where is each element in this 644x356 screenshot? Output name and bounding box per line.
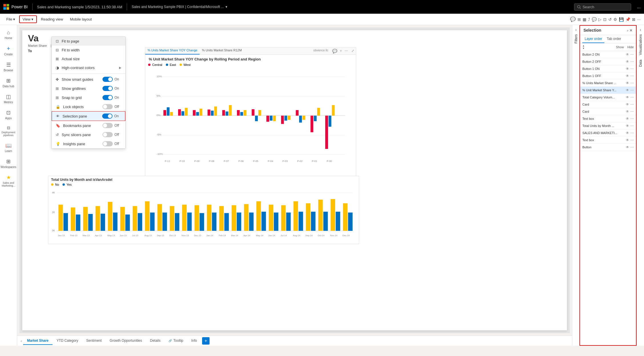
chat-button[interactable]: 💬 xyxy=(331,48,339,54)
sync-icon[interactable]: ⊞ xyxy=(577,17,581,22)
more-item-icon-0[interactable]: ⋯ xyxy=(630,52,634,56)
visibility-icon-4[interactable]: 👁 xyxy=(626,81,629,85)
selection-pane-toggle-row[interactable]: 👁 Selection pane On xyxy=(52,111,125,121)
snap-to-grid-toggle-row[interactable]: ⊞ Snap to grid On xyxy=(52,93,125,102)
selection-item-8[interactable]: Card 👁 ⋯ xyxy=(580,108,636,115)
visibility-icon-2[interactable]: 👁 xyxy=(626,67,629,71)
add-page-button[interactable]: + xyxy=(202,337,210,345)
bookmarks-pane-toggle-row[interactable]: 🔖 Bookmarks pane Off xyxy=(52,121,125,130)
more-chart-icon[interactable]: ⋯ xyxy=(343,48,350,54)
more-item-icon-1[interactable]: ⋯ xyxy=(630,60,634,64)
refresh-icon[interactable]: ↺ xyxy=(608,17,612,22)
more-options-icon[interactable]: ... xyxy=(637,4,641,9)
chat-icon[interactable]: 💬 xyxy=(592,17,597,22)
visibility-icon-5[interactable]: 👁 xyxy=(626,88,629,92)
visibility-icon-1[interactable]: 👁 xyxy=(626,60,629,64)
selection-item-3[interactable]: Button 1 OFF 👁 ⋯ xyxy=(580,72,636,80)
filters-collapse-icon[interactable]: › xyxy=(575,27,577,32)
sync-slicers-pane-toggle-row[interactable]: ↺ Sync slicers pane Off xyxy=(52,130,125,139)
visibility-icon-12[interactable]: 👁 xyxy=(626,138,629,142)
view-menu-button[interactable]: View ▾ xyxy=(19,15,37,23)
smart-guides-toggle[interactable] xyxy=(102,77,113,82)
tab-layer-order[interactable]: Layer order xyxy=(582,35,604,43)
save-icon[interactable]: 💾 xyxy=(619,17,624,22)
more-item-icon-13[interactable]: ⋯ xyxy=(630,145,634,149)
gridlines-toggle-row[interactable]: ⊞ Show gridlines On xyxy=(52,84,125,93)
chart1-container[interactable]: % Units Market Share YOY Change % Units … xyxy=(145,47,356,184)
page-tab-nav-left[interactable]: ‹ xyxy=(19,339,23,343)
chart1-tab1[interactable]: % Units Market Share YOY Change xyxy=(145,48,200,54)
more-item-icon-2[interactable]: ⋯ xyxy=(630,67,634,71)
viz-collapse-icon[interactable]: ‹ xyxy=(640,27,641,32)
more-icon[interactable]: ⊠ xyxy=(632,17,635,22)
chart2-container[interactable]: Total Units by Month and isVanArsdel No … xyxy=(48,176,359,244)
sidebar-item-data-hub[interactable]: ⊞ Data hub xyxy=(1,75,17,90)
sort-up-icon[interactable]: ▲ xyxy=(582,44,585,47)
page-tab-sentiment[interactable]: Sentiment xyxy=(82,337,106,345)
selection-pane-toggle[interactable] xyxy=(102,114,112,119)
more-item-icon-3[interactable]: ⋯ xyxy=(630,74,634,78)
selection-item-5[interactable]: % Unit Market Share Y... 👁 ⋯ xyxy=(580,87,636,94)
selection-item-10[interactable]: Total Units by Month ... 👁 ⋯ xyxy=(580,122,636,130)
selection-panel-close-icon[interactable]: ✕ xyxy=(629,28,633,33)
lock-objects-toggle-row[interactable]: 🔒 Lock objects Off xyxy=(52,102,125,111)
selection-panel-expand-icon[interactable]: › xyxy=(627,28,628,33)
selection-item-2[interactable]: Button 1 ON 👁 ⋯ xyxy=(580,65,636,72)
visibility-icon-3[interactable]: 👁 xyxy=(626,74,629,78)
doc-file-info[interactable]: Sales and Marketing Sample PBIX | Confid… xyxy=(132,5,570,9)
selection-item-7[interactable]: Card 👁 ⋯ xyxy=(580,101,636,108)
sidebar-item-workspaces[interactable]: ⊞ Workspaces xyxy=(1,156,17,171)
file-menu-button[interactable]: File ▾ xyxy=(3,16,18,23)
more-item-icon-4[interactable]: ⋯ xyxy=(630,81,634,85)
sidebar-item-create[interactable]: + Create xyxy=(1,43,17,58)
fit-to-width-item[interactable]: ⊟ Fit to width xyxy=(52,46,125,54)
visibility-icon-11[interactable]: 👁 xyxy=(626,131,629,135)
more-item-icon-8[interactable]: ⋯ xyxy=(630,110,634,114)
more-item-icon-9[interactable]: ⋯ xyxy=(630,117,634,121)
pin-icon[interactable]: 📌 xyxy=(625,17,630,22)
sidebar-item-deployment[interactable]: ⊟ Deployment pipelines xyxy=(1,123,17,139)
table-icon[interactable]: ▦ xyxy=(583,17,586,22)
sidebar-item-sales[interactable]: ★ Sales and Marketing... xyxy=(1,172,17,189)
sidebar-item-metrics[interactable]: ◫ Metrics xyxy=(1,91,17,106)
filters-panel[interactable]: › Filters xyxy=(572,25,579,346)
ribbon-more-icon[interactable]: ··· xyxy=(637,17,641,22)
visibility-icon-0[interactable]: 👁 xyxy=(626,52,629,56)
more-item-icon-11[interactable]: ⋯ xyxy=(630,131,634,135)
visibility-icon-10[interactable]: 👁 xyxy=(626,124,629,128)
snap-to-grid-toggle[interactable] xyxy=(102,95,113,100)
more-item-icon-10[interactable]: ⋯ xyxy=(630,124,634,128)
sort-down-icon[interactable]: ▼ xyxy=(582,47,585,50)
selection-item-4[interactable]: % Units Market Share ... 👁 ⋯ xyxy=(580,80,636,87)
sidebar-item-learn[interactable]: 📖 Learn xyxy=(1,140,17,155)
sidebar-item-home[interactable]: ⌂ Home xyxy=(1,27,17,42)
selection-item-11[interactable]: SALES AND MARKETI... 👁 ⋯ xyxy=(580,130,636,137)
selection-item-9[interactable]: Text box 👁 ⋯ xyxy=(580,115,636,122)
visibility-icon-8[interactable]: 👁 xyxy=(626,110,629,114)
expand-chart-icon[interactable]: ⤢ xyxy=(350,48,356,54)
sidebar-item-apps[interactable]: ⊡ Apps xyxy=(1,107,17,122)
more-item-icon-6[interactable]: ⋯ xyxy=(630,95,634,99)
sync-slicers-toggle[interactable] xyxy=(102,132,113,137)
embed-icon[interactable]: ⊡ xyxy=(603,17,607,22)
gridlines-toggle[interactable] xyxy=(102,86,113,91)
visibility-icon-6[interactable]: 👁 xyxy=(626,95,629,99)
bookmarks-pane-toggle[interactable] xyxy=(102,123,113,128)
visibility-icon-9[interactable]: 👁 xyxy=(626,117,629,121)
tab-tab-order[interactable]: Tab order xyxy=(604,35,623,43)
chart1-tab2[interactable]: % Units Market Share R12M xyxy=(200,48,244,54)
doc-chevron-icon[interactable]: ▾ xyxy=(226,5,227,9)
present-icon[interactable]: ▷ xyxy=(598,17,601,22)
page-tab-details[interactable]: Details xyxy=(146,337,165,345)
visibility-icon-13[interactable]: 👁 xyxy=(626,145,629,149)
sidebar-item-browse[interactable]: ☰ Browse xyxy=(1,59,17,74)
visibility-icon-7[interactable]: 👁 xyxy=(626,102,629,106)
viz-panel[interactable]: ‹ Visualizations Data xyxy=(637,25,644,346)
filter-icon[interactable]: ▿ xyxy=(339,48,343,54)
page-tab-info[interactable]: Info xyxy=(187,337,201,345)
settings-icon[interactable]: ⚙ xyxy=(613,17,617,22)
page-tab-ytd-category[interactable]: YTD Category xyxy=(53,337,82,345)
sort-arrows[interactable]: ▲ ▼ xyxy=(582,44,585,50)
actual-size-item[interactable]: ⊠ Actual size xyxy=(52,54,125,63)
fit-to-page-item[interactable]: ⊡ Fit to page xyxy=(52,37,125,46)
